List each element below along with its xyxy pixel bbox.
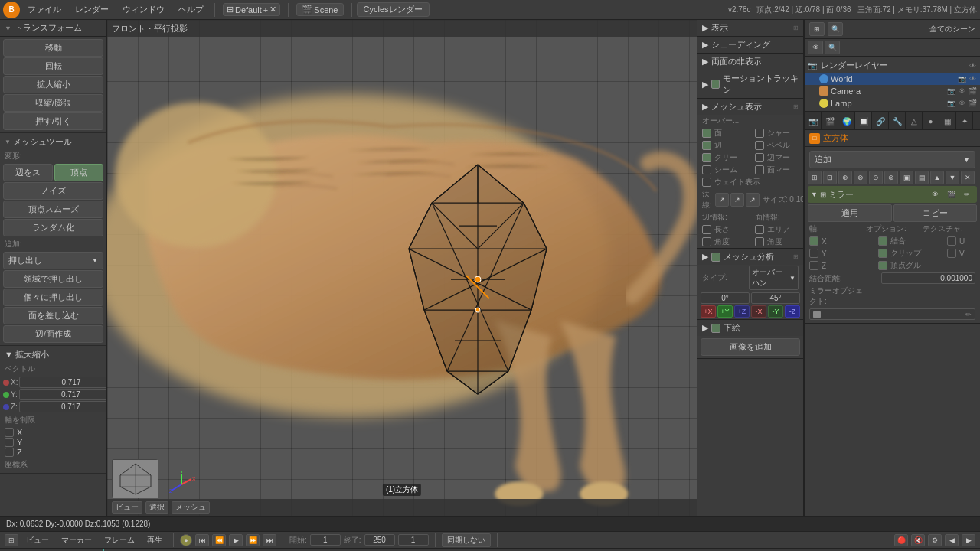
edge-checkbox[interactable] xyxy=(702,141,711,150)
vp-mesh-menu[interactable]: メッシュ xyxy=(172,501,210,514)
timeline-expand-btn[interactable]: ▶ xyxy=(962,534,975,546)
crease-checkbox[interactable] xyxy=(702,153,711,162)
vertex-groups-checkbox[interactable] xyxy=(878,261,887,270)
shading-header[interactable]: ▶ シェーディング xyxy=(697,37,803,53)
angle-from-input[interactable]: 0° xyxy=(701,292,750,304)
scene-selector[interactable]: 🎬 Scene xyxy=(296,3,343,16)
axis-minus-x-btn[interactable]: -X xyxy=(751,305,766,318)
axis-minus-z-btn[interactable]: -Z xyxy=(785,305,800,318)
shrink-button[interactable]: 収縮/膨張 xyxy=(3,94,103,112)
menu-window[interactable]: ウィンドウ xyxy=(116,2,171,17)
tree-item-renderlayer[interactable]: 📷 レンダーレイヤー 👁 xyxy=(805,58,980,73)
type-selector[interactable]: オーバーハン ▼ xyxy=(749,266,799,290)
tree-item-lamp[interactable]: Lamp 📷 👁 🎬 xyxy=(805,97,980,109)
timeline-frame-menu[interactable]: フレーム xyxy=(100,534,139,546)
extrude-button[interactable]: 押し出し ▼ xyxy=(3,252,103,269)
mod-icon-1[interactable]: ⊞ xyxy=(808,171,822,184)
z-axis-checkbox[interactable] xyxy=(809,261,818,270)
vector-x-input[interactable] xyxy=(19,377,107,388)
play-btn[interactable]: ▶ xyxy=(229,534,243,546)
axis-minus-y-btn[interactable]: -Y xyxy=(768,305,783,318)
vp-select-menu[interactable]: 選択 xyxy=(145,501,168,514)
shear-checkbox[interactable] xyxy=(755,129,764,138)
audio-btn[interactable]: 🔴 xyxy=(894,534,908,546)
next-frame-btn[interactable]: ⏩ xyxy=(246,534,260,546)
axis-plus-x-btn[interactable]: +X xyxy=(701,305,716,318)
copy-button[interactable]: コピー xyxy=(893,204,978,222)
modifiers-tab[interactable]: 🔧 xyxy=(889,112,906,129)
face-mark-checkbox[interactable] xyxy=(755,165,764,174)
render-engine-selector[interactable]: Cyclesレンダー xyxy=(357,2,430,17)
extrude-region-button[interactable]: 領域で押し出し xyxy=(3,270,103,288)
apply-button[interactable]: 適用 xyxy=(808,204,892,222)
menu-render[interactable]: レンダー xyxy=(69,2,115,17)
angle2-checkbox[interactable] xyxy=(755,237,764,246)
sketch-checkbox[interactable] xyxy=(711,324,720,333)
material-tab[interactable]: ● xyxy=(923,112,939,129)
rotate-button[interactable]: 回転 xyxy=(3,57,103,75)
skip-start-btn[interactable]: ⏮ xyxy=(195,534,209,546)
mod-icon-5[interactable]: ⊙ xyxy=(869,171,883,184)
y-axis-checkbox[interactable] xyxy=(809,249,818,258)
motion-checkbox[interactable] xyxy=(711,80,720,89)
axis-z-checkbox[interactable] xyxy=(5,448,14,457)
face-checkbox[interactable] xyxy=(702,129,711,138)
extrude-individual-button[interactable]: 個々に押し出し xyxy=(3,289,103,306)
timeline-icon[interactable]: ⊞ xyxy=(5,534,18,546)
edge-mark-checkbox[interactable] xyxy=(755,153,764,162)
record-button[interactable]: ● xyxy=(180,534,192,546)
sync-selector[interactable]: 同期しない xyxy=(442,533,491,547)
mod-up-btn[interactable]: ▲ xyxy=(930,171,944,184)
merge-dist-value[interactable]: 0.001000 xyxy=(881,272,975,284)
motion-track-header[interactable]: ▶ モーショントラッキン xyxy=(697,70,803,98)
mod-icon-8[interactable]: ▤ xyxy=(915,171,929,184)
mod-icon-6[interactable]: ⊚ xyxy=(884,171,898,184)
vector-y-input[interactable] xyxy=(19,389,107,400)
workspace-selector[interactable]: ⊞ Default + ✕ xyxy=(223,3,280,16)
search-tab-btn[interactable]: 🔍 xyxy=(825,41,840,54)
angle1-checkbox[interactable] xyxy=(702,237,711,246)
mesh-analysis-checkbox[interactable] xyxy=(711,253,720,262)
view-tab-btn[interactable]: 👁 xyxy=(808,41,823,54)
edge-slide-button[interactable]: 辺をス xyxy=(3,164,53,181)
merge-checkbox[interactable] xyxy=(878,236,887,246)
mod-icon-7[interactable]: ▣ xyxy=(900,171,913,184)
face-hide-header[interactable]: ▶ 両面の非表示 xyxy=(697,54,803,70)
move-button[interactable]: 移動 xyxy=(3,39,103,57)
normal-loop-btn[interactable]: ↗ xyxy=(746,193,760,207)
mod-close-btn[interactable]: ✕ xyxy=(961,171,975,184)
mirror-object-selector[interactable]: ✏ xyxy=(809,308,975,320)
area-checkbox[interactable] xyxy=(755,225,764,234)
angle-to-input[interactable]: 45° xyxy=(751,292,800,304)
world-tab[interactable]: 🌍 xyxy=(838,112,855,129)
constraints-tab[interactable]: 🔗 xyxy=(872,112,889,129)
vp-view-menu[interactable]: ビュー xyxy=(112,501,142,514)
axis-plus-y-btn[interactable]: +Y xyxy=(717,305,733,318)
normal-face-btn[interactable]: ↗ xyxy=(730,193,744,207)
add-modifier-button[interactable]: 追加 ▼ xyxy=(809,151,975,168)
normal-vertex-btn[interactable]: ↗ xyxy=(715,193,729,207)
axis-x-checkbox[interactable] xyxy=(5,428,14,437)
v-checkbox[interactable] xyxy=(947,249,956,258)
randomize-button[interactable]: ランダム化 xyxy=(3,219,103,236)
scene-tab[interactable]: 🎬 xyxy=(822,112,838,129)
object-tab[interactable]: 🔲 xyxy=(855,112,872,129)
sketch-header[interactable]: ▶ 下絵 xyxy=(697,320,803,336)
blender-logo[interactable]: B xyxy=(3,2,20,18)
data-tab[interactable]: △ xyxy=(906,112,923,129)
start-frame-input[interactable] xyxy=(310,534,341,546)
outliner-icon-btn[interactable]: ⊞ xyxy=(809,22,825,36)
noise-button[interactable]: ノイズ xyxy=(3,182,103,200)
push-pull-button[interactable]: 押す/引く xyxy=(3,112,103,130)
vertex-smooth-button[interactable]: 頂点スムーズ xyxy=(3,201,103,218)
weight-checkbox[interactable] xyxy=(702,178,711,187)
seam-checkbox[interactable] xyxy=(702,165,711,174)
axis-plus-z-btn[interactable]: +Z xyxy=(734,305,750,318)
axis-y-checkbox[interactable] xyxy=(5,438,14,447)
inset-button[interactable]: 面を差し込む xyxy=(3,307,103,324)
modifier-edit-btn[interactable]: ✏ xyxy=(960,187,974,201)
mod-icon-3[interactable]: ⊕ xyxy=(838,171,852,184)
face-create-button[interactable]: 辺/面作成 xyxy=(3,325,103,343)
vector-z-input[interactable] xyxy=(19,401,107,412)
modifier-view-btn[interactable]: 👁 xyxy=(928,187,942,201)
